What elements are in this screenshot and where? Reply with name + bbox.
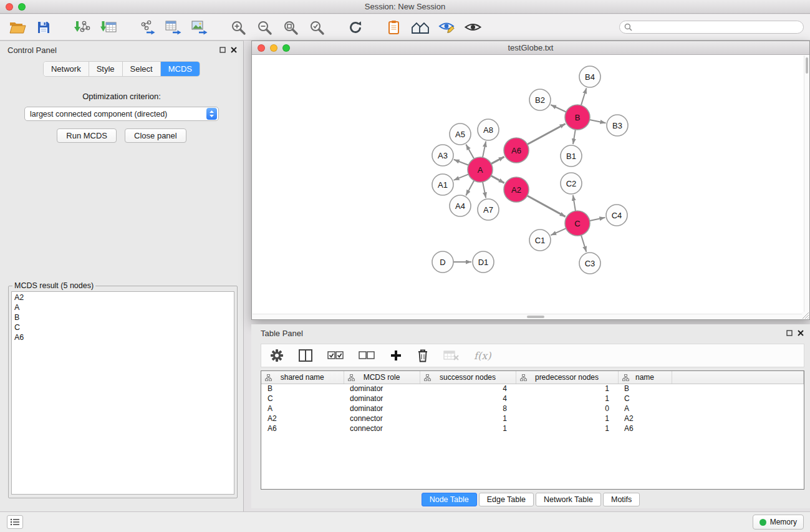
graph-node-A4[interactable]: A4	[450, 195, 471, 216]
graph-node-A2[interactable]: A2	[504, 177, 529, 202]
annotations-button[interactable]	[435, 17, 458, 37]
export-network-button[interactable]	[136, 17, 158, 37]
optimization-criterion-select[interactable]: largest connected component (directed)	[24, 107, 219, 121]
tab-node-table[interactable]: Node Table	[422, 493, 477, 506]
close-panel-icon[interactable]	[231, 46, 237, 55]
function-builder-button[interactable]: f(x)	[474, 346, 491, 365]
run-mcds-button[interactable]: Run MCDS	[57, 128, 117, 143]
column-header-predecessor-nodes[interactable]: predecessor nodes	[516, 371, 618, 384]
graph-node-A5[interactable]: A5	[450, 123, 471, 145]
show-columns-button[interactable]	[299, 346, 312, 365]
edge-A2-C[interactable]	[528, 196, 566, 217]
save-session-button[interactable]	[32, 17, 55, 37]
edge-B-B1[interactable]	[573, 130, 576, 145]
edge-C-C2[interactable]	[573, 195, 576, 211]
edge-C-C3[interactable]	[581, 235, 586, 252]
tab-mcds[interactable]: MCDS	[161, 62, 200, 76]
show-panels-button[interactable]	[7, 515, 23, 529]
table-row-B[interactable]: Bdominator41B	[261, 384, 804, 394]
import-network-button[interactable]	[71, 17, 94, 37]
tab-edge-table[interactable]: Edge Table	[479, 493, 534, 506]
edge-B-B2[interactable]	[551, 105, 566, 112]
tab-network[interactable]: Network	[44, 62, 89, 76]
open-session-button[interactable]	[6, 17, 29, 37]
import-table-button[interactable]	[97, 17, 120, 37]
home-button[interactable]	[409, 17, 432, 37]
edge-A-A2[interactable]	[491, 176, 504, 183]
graph-node-A8[interactable]: A8	[478, 119, 499, 140]
graph-node-C2[interactable]: C2	[561, 173, 582, 194]
table-row-A2[interactable]: A2connector11A2	[261, 414, 804, 423]
edge-C-C1[interactable]	[551, 228, 566, 235]
export-table-button[interactable]	[162, 17, 185, 37]
tab-network-table[interactable]: Network Table	[536, 493, 601, 506]
graph-node-C1[interactable]: C1	[529, 230, 551, 251]
mcds-result-list[interactable]: A2ABCA6	[11, 291, 234, 495]
mcds-result-item[interactable]: C	[14, 322, 234, 332]
graph-node-C3[interactable]: C3	[579, 253, 600, 274]
edge-B-B4[interactable]	[581, 88, 587, 105]
close-table-panel-icon[interactable]	[798, 329, 804, 338]
graph-node-B1[interactable]: B1	[561, 145, 582, 167]
select-all-rows-button[interactable]	[327, 346, 344, 365]
mcds-result-item[interactable]: A	[14, 302, 234, 312]
clipboard-button[interactable]	[383, 17, 405, 37]
zoom-fit-button[interactable]	[279, 17, 302, 37]
graph-node-A6[interactable]: A6	[504, 138, 529, 163]
network-canvas[interactable]: B4B2BB3A5A8A6B1A3AC2A1A2A4A7C4CC1C3DD1	[253, 56, 804, 315]
graph-node-A1[interactable]: A1	[432, 174, 453, 195]
graph-node-B2[interactable]: B2	[529, 89, 551, 110]
edge-A-A8[interactable]	[483, 142, 486, 158]
graph-node-C[interactable]: C	[565, 211, 590, 236]
table-settings-button[interactable]	[270, 346, 284, 365]
tab-style[interactable]: Style	[89, 62, 123, 76]
edge-A6-B[interactable]	[528, 124, 566, 145]
edge-A-A7[interactable]	[483, 182, 486, 198]
table-row-A[interactable]: Adominator80A	[261, 404, 804, 414]
memory-button[interactable]: Memory	[753, 515, 804, 530]
tab-motifs[interactable]: Motifs	[603, 493, 640, 506]
graph-node-D1[interactable]: D1	[473, 251, 494, 273]
edge-A-A3[interactable]	[454, 160, 469, 165]
horizontal-scrollbar-thumb[interactable]	[527, 316, 544, 318]
graph-node-A[interactable]: A	[468, 157, 493, 182]
vertical-scrollbar-thumb[interactable]	[806, 57, 808, 74]
mcds-result-item[interactable]: B	[14, 312, 234, 322]
tab-select[interactable]: Select	[123, 62, 161, 76]
edge-A-A5[interactable]	[466, 145, 474, 159]
graph-node-B[interactable]: B	[565, 105, 590, 130]
refresh-view-button[interactable]	[344, 17, 367, 37]
zoom-selected-button[interactable]	[306, 17, 328, 37]
mcds-result-item[interactable]: A6	[14, 332, 234, 342]
table-row-A6[interactable]: A6connector11A6	[261, 423, 804, 433]
resize-grip[interactable]	[802, 312, 809, 319]
graph-node-A3[interactable]: A3	[432, 145, 453, 166]
mcds-result-item[interactable]: A2	[14, 293, 234, 302]
zoom-in-button[interactable]	[227, 17, 249, 37]
zoom-out-button[interactable]	[253, 17, 276, 37]
edge-C-C4[interactable]	[590, 218, 605, 221]
horizontal-scrollbar[interactable]	[253, 314, 803, 319]
edge-B-B3[interactable]	[590, 120, 606, 123]
edge-A-A1[interactable]	[454, 174, 469, 180]
export-image-button[interactable]	[188, 17, 211, 37]
graph-node-B3[interactable]: B3	[607, 115, 628, 136]
column-header-MCDS-role[interactable]: MCDS role	[344, 371, 420, 384]
float-panel-icon[interactable]	[219, 46, 226, 55]
show-details-button[interactable]	[461, 17, 484, 37]
delete-table-button[interactable]	[443, 346, 459, 365]
add-column-button[interactable]	[390, 346, 402, 365]
graph-node-A7[interactable]: A7	[478, 199, 499, 220]
graph-node-B4[interactable]: B4	[579, 66, 600, 87]
table-row-C[interactable]: Cdominator41C	[261, 394, 804, 404]
close-mcds-panel-button[interactable]: Close panel	[125, 128, 186, 143]
column-header-name[interactable]: name	[618, 371, 672, 384]
graph-node-C4[interactable]: C4	[606, 205, 627, 226]
edge-A-A4[interactable]	[466, 181, 474, 196]
graph-node-D[interactable]: D	[432, 251, 453, 273]
column-header-successor-nodes[interactable]: successor nodes	[420, 371, 516, 384]
edge-A-A6[interactable]	[491, 157, 504, 163]
vertical-scrollbar[interactable]	[804, 56, 809, 314]
search-input[interactable]	[635, 22, 803, 32]
column-header-shared-name[interactable]: shared name	[261, 371, 344, 384]
